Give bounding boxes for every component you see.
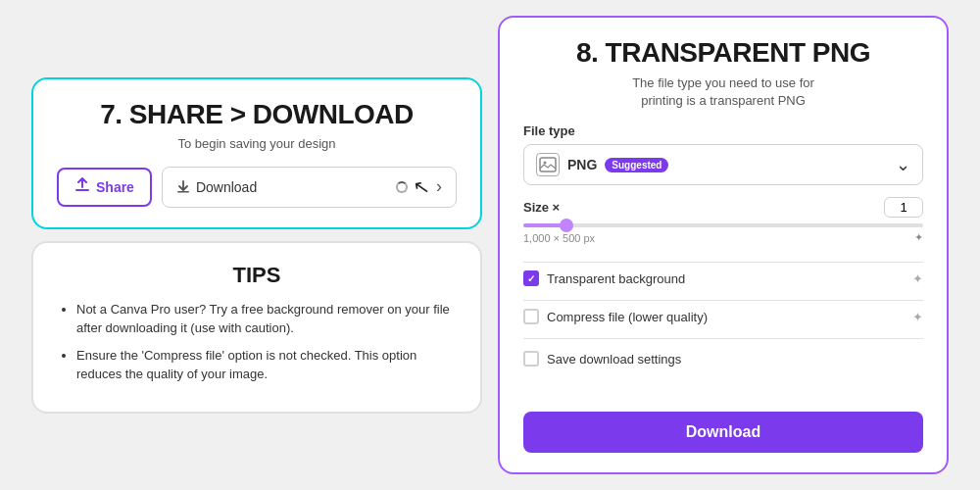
spinner — [396, 181, 408, 193]
download-menu-item[interactable]: Download ↖ › — [162, 167, 457, 208]
compress-file-row: Compress file (lower quality) ✦ — [523, 309, 923, 324]
size-px-label: 1,000 × 500 px ✦ — [523, 231, 923, 244]
share-download-card: 7. SHARE > DOWNLOAD To begin saving your… — [31, 77, 482, 229]
divider-3 — [523, 338, 923, 339]
tips-list: Not a Canva Pro user? Try a free backgro… — [57, 300, 457, 384]
slider-fill — [523, 223, 564, 227]
file-type-left: PNG Suggested — [536, 153, 668, 176]
size-label: Size × — [523, 200, 560, 215]
tip-item-1: Not a Canva Pro user? Try a free backgro… — [76, 300, 457, 338]
share-subtitle: To begin saving your design — [57, 136, 457, 151]
transparent-bg-info-icon[interactable]: ✦ — [912, 271, 923, 286]
svg-rect-2 — [540, 158, 556, 172]
compress-file-left: Compress file (lower quality) — [523, 309, 708, 324]
divider-1 — [523, 262, 923, 263]
compress-file-label: Compress file (lower quality) — [547, 310, 708, 324]
divider-2 — [523, 300, 923, 301]
mouse-cursor-icon: ↖ — [412, 173, 432, 200]
png-label: PNG — [567, 157, 597, 172]
slider-container — [523, 223, 923, 227]
share-button[interactable]: Share — [57, 168, 152, 207]
suggested-badge: Suggested — [605, 158, 668, 172]
loading-indicator — [396, 181, 408, 193]
file-type-select[interactable]: PNG Suggested ⌄ — [523, 144, 923, 185]
transparent-bg-left: Transparent background — [523, 270, 685, 286]
file-icon — [536, 153, 560, 176]
tips-title: TIPS — [57, 263, 457, 288]
transparent-png-card: 8. TRANSPARENT PNG The file type you nee… — [498, 16, 949, 474]
slider-track — [523, 223, 923, 227]
svg-point-3 — [544, 162, 547, 165]
tip-item-2: Ensure the 'Compress file' option is not… — [76, 346, 457, 384]
slider-thumb[interactable] — [560, 219, 573, 232]
file-type-label: File type — [523, 123, 923, 138]
save-settings-row: Save download settings — [523, 351, 923, 367]
save-settings-checkbox[interactable] — [523, 351, 539, 367]
download-row-label: Download — [196, 179, 257, 195]
svg-rect-0 — [75, 189, 89, 191]
info-icon[interactable]: ✦ — [914, 231, 923, 244]
png-subtitle: The file type you need to use forprintin… — [523, 74, 923, 110]
share-title: 7. SHARE > DOWNLOAD — [57, 99, 457, 130]
cursor-area: ↖ › — [396, 175, 442, 199]
size-px-text: 1,000 × 500 px — [523, 232, 595, 244]
svg-rect-1 — [177, 191, 189, 193]
size-row: Size × — [523, 197, 923, 218]
share-button-label: Share — [96, 179, 134, 195]
png-title: 8. TRANSPARENT PNG — [523, 37, 923, 69]
compress-file-checkbox[interactable] — [523, 309, 539, 324]
transparent-bg-checkbox[interactable] — [523, 270, 539, 286]
download-button[interactable]: Download — [523, 412, 923, 453]
download-icon — [176, 180, 190, 194]
compress-info-icon[interactable]: ✦ — [912, 310, 923, 324]
download-row-inner: Download — [176, 179, 257, 195]
transparent-bg-row: Transparent background ✦ — [523, 270, 923, 286]
chevron-right-icon: › — [436, 176, 442, 197]
share-row: Share Download ↖ › — [57, 167, 457, 208]
image-icon — [539, 156, 557, 173]
transparent-bg-label: Transparent background — [547, 271, 685, 286]
save-settings-label: Save download settings — [547, 352, 681, 367]
size-input[interactable] — [884, 197, 923, 218]
chevron-down-icon[interactable]: ⌄ — [896, 154, 910, 175]
tips-card: TIPS Not a Canva Pro user? Try a free ba… — [31, 241, 482, 414]
upload-icon — [74, 177, 90, 197]
